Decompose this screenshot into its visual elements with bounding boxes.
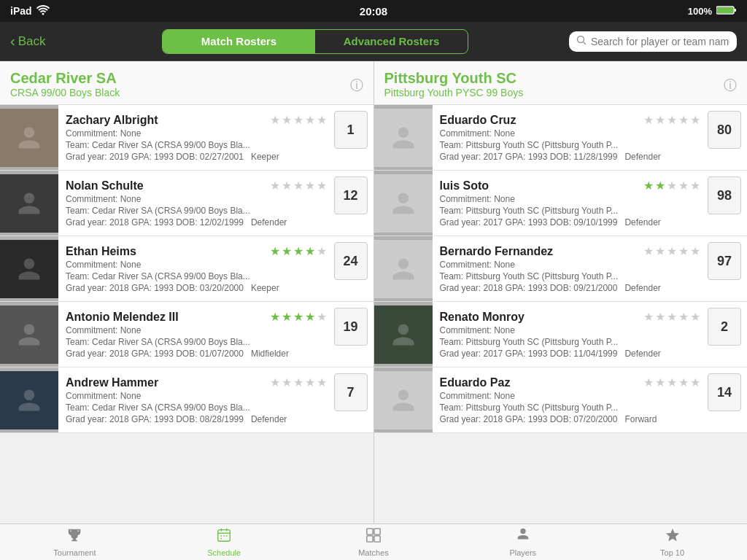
advanced-rosters-tab[interactable]: Advanced Rosters [315, 30, 468, 53]
player-name: Andrew Hammer [66, 376, 158, 389]
star-2: ★ [293, 244, 303, 258]
tab-players-label: Players [509, 548, 536, 557]
star-3: ★ [678, 179, 689, 192]
schedule-icon [216, 527, 232, 547]
star-0: ★ [270, 376, 280, 389]
right-team-info-icon[interactable]: ⓘ [724, 77, 737, 94]
player-stars: ★★★★★ [643, 310, 700, 324]
player-row[interactable]: Zachary Albright ★★★★★ Commitment: None … [0, 105, 374, 171]
search-input[interactable] [591, 36, 729, 47]
tab-matches-label: Matches [358, 548, 389, 557]
player-number-badge: 19 [334, 308, 368, 346]
player-stars: ★★★★★ [643, 244, 700, 258]
right-players-list: Eduardo Cruz ★★★★★ Commitment: None Team… [374, 105, 748, 524]
player-commitment: Commitment: None [440, 260, 701, 270]
player-row[interactable]: Eduardo Paz ★★★★★ Commitment: None Team:… [374, 368, 748, 433]
star-2: ★ [667, 244, 677, 258]
player-photo [0, 105, 58, 170]
player-info: Zachary Albright ★★★★★ Commitment: None … [58, 105, 334, 170]
tab-matches[interactable]: Matches [299, 524, 449, 560]
roster-tab-group: Match Rosters Advanced Rosters [162, 29, 468, 54]
tab-players[interactable]: Players [448, 524, 597, 560]
right-team-subtitle: Pittsburg Youth PYSC 99 Boys [384, 87, 738, 98]
star-3: ★ [305, 179, 315, 192]
tab-top10[interactable]: Top 10 [597, 524, 747, 560]
player-number-badge: 2 [708, 308, 741, 346]
player-number: 24 [343, 254, 357, 268]
player-name: Renato Monroy [440, 311, 525, 324]
player-info: Ethan Heims ★★★★★ Commitment: None Team:… [58, 236, 334, 301]
match-rosters-tab[interactable]: Match Rosters [163, 30, 315, 53]
player-details: Grad year: 2018 GPA: 1993 DOB: 03/20/200… [66, 283, 327, 293]
top10-icon [665, 527, 681, 547]
player-details: Grad year: 2018 GPA: 1993 DOB: 07/20/200… [440, 414, 701, 424]
player-row[interactable]: Nolan Schulte ★★★★★ Commitment: None Tea… [0, 171, 374, 236]
player-team: Team: Cedar River SA (CRSA 99/00 Boys Bl… [66, 271, 327, 281]
left-team-info-icon[interactable]: ⓘ [350, 77, 363, 94]
player-number: 19 [343, 320, 357, 333]
player-commitment: Commitment: None [66, 194, 327, 204]
players-icon [515, 527, 531, 547]
player-details: Grad year: 2017 GPA: 1993 DOB: 11/28/199… [440, 152, 701, 162]
tab-top10-label: Top 10 [660, 548, 684, 557]
star-2: ★ [293, 310, 303, 324]
player-row[interactable]: Eduardo Cruz ★★★★★ Commitment: None Team… [374, 105, 748, 171]
tab-tournament-label: Tournament [53, 548, 96, 557]
left-team-name: Cedar River SA [10, 70, 363, 87]
matches-icon [365, 527, 382, 547]
player-row[interactable]: Ethan Heims ★★★★★ Commitment: None Team:… [0, 236, 374, 302]
player-team: Team: Pittsburg Youth SC (Pittsburg Yout… [440, 402, 701, 413]
player-stars: ★★★★★ [643, 113, 700, 127]
right-team-panel: Pittsburg Youth SC Pittsburg Youth PYSC … [374, 61, 748, 524]
player-name: Antonio Melendez III [66, 311, 179, 324]
tab-tournament[interactable]: Tournament [0, 524, 150, 560]
player-row[interactable]: luis Soto ★★★★★ Commitment: None Team: P… [374, 171, 748, 236]
player-info: Eduardo Paz ★★★★★ Commitment: None Team:… [433, 368, 708, 432]
player-details: Grad year: 2018 GPA: 1993 DOB: 01/07/200… [66, 349, 327, 359]
left-team-subtitle: CRSA 99/00 Boys Black [10, 87, 363, 98]
player-row[interactable]: Bernardo Fernandez ★★★★★ Commitment: Non… [374, 236, 748, 302]
right-team-header: Pittsburg Youth SC Pittsburg Youth PYSC … [374, 61, 748, 105]
player-number-badge: 80 [708, 111, 741, 149]
star-1: ★ [655, 179, 665, 192]
star-2: ★ [667, 113, 677, 127]
player-row[interactable]: Renato Monroy ★★★★★ Commitment: None Tea… [374, 302, 748, 368]
back-button[interactable]: ‹ Back [10, 33, 61, 50]
star-2: ★ [293, 113, 303, 127]
star-4: ★ [317, 376, 327, 389]
star-4: ★ [690, 179, 700, 192]
player-row[interactable]: Antonio Melendez III ★★★★★ Commitment: N… [0, 302, 374, 368]
player-number-badge: 7 [334, 373, 368, 411]
trophy-icon [66, 527, 82, 547]
star-4: ★ [317, 310, 327, 324]
left-team-panel: Cedar River SA CRSA 99/00 Boys Black ⓘ Z… [0, 61, 374, 524]
player-team: Team: Pittsburg Youth SC (Pittsburg Yout… [440, 337, 701, 347]
player-team: Team: Cedar River SA (CRSA 99/00 Boys Bl… [66, 402, 327, 413]
svg-point-11 [226, 535, 228, 537]
player-photo [0, 236, 58, 301]
player-number: 98 [717, 189, 732, 202]
star-0: ★ [643, 244, 654, 258]
battery-label: 100% [688, 6, 712, 17]
star-3: ★ [678, 376, 689, 389]
player-photo [0, 368, 58, 432]
svg-rect-2 [717, 7, 733, 13]
player-details: Grad year: 2017 GPA: 1993 DOB: 09/10/199… [440, 217, 701, 228]
player-photo [0, 171, 58, 236]
player-details: Grad year: 2017 GPA: 1993 DOB: 11/04/199… [440, 349, 701, 359]
player-team: Team: Pittsburg Youth SC (Pittsburg Yout… [440, 140, 701, 150]
star-1: ★ [282, 113, 292, 127]
search-box[interactable] [569, 31, 737, 52]
star-3: ★ [305, 113, 315, 127]
player-row[interactable]: Andrew Hammer ★★★★★ Commitment: None Tea… [0, 368, 374, 433]
player-name: Eduardo Cruz [440, 114, 516, 127]
player-team: Team: Cedar River SA (CRSA 99/00 Boys Bl… [66, 206, 327, 216]
player-commitment: Commitment: None [66, 260, 327, 270]
tab-schedule[interactable]: Schedule [150, 524, 299, 560]
back-label: Back [18, 34, 46, 49]
player-commitment: Commitment: None [440, 325, 701, 335]
star-2: ★ [667, 310, 677, 324]
player-name: Bernardo Fernandez [440, 245, 554, 258]
star-2: ★ [293, 376, 303, 389]
star-3: ★ [305, 310, 315, 324]
